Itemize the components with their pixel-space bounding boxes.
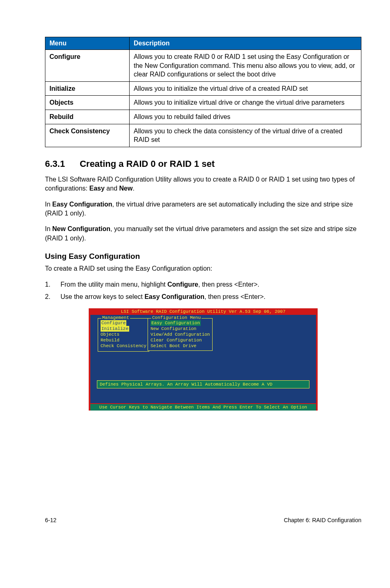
management-menu-item-configure[interactable]: Configure bbox=[101, 320, 126, 326]
configuration-menu-item-easy[interactable]: Easy Configuration bbox=[150, 320, 201, 326]
step-text: Use the arrow keys to select Easy Config… bbox=[61, 292, 266, 302]
step-text: From the utility main menu, highlight Co… bbox=[61, 280, 259, 290]
table-cell-menu: Initialize bbox=[45, 81, 130, 96]
configuration-menu-title: Configuration Menu bbox=[151, 315, 202, 320]
configuration-menu-box: Configuration Menu Easy Configuration Ne… bbox=[148, 318, 213, 351]
bold-text: Easy Configuration bbox=[144, 293, 204, 300]
list-item: 1. From the utility main menu, highlight… bbox=[45, 280, 361, 290]
management-menu-title: Management bbox=[101, 315, 130, 320]
paragraph: The LSI Software RAID Configuration Util… bbox=[45, 175, 361, 193]
table-row: Initialize Allows you to initialize the … bbox=[45, 81, 361, 96]
page-number: 6-12 bbox=[45, 517, 56, 523]
text: In bbox=[45, 225, 52, 232]
table-row: Rebuild Allows you to rebuild failed dri… bbox=[45, 110, 361, 124]
management-menu-item-rebuild[interactable]: Rebuild bbox=[101, 337, 146, 343]
bold-text: Easy Configuration bbox=[52, 201, 112, 208]
screenshot-body: Management Configure Initialize Objects … bbox=[90, 315, 316, 403]
text: Use the arrow keys to select bbox=[61, 293, 144, 300]
management-menu-item-initialize[interactable]: Initialize bbox=[101, 326, 129, 332]
table-cell-description: Allows you to initialize virtual drive o… bbox=[130, 96, 361, 110]
management-menu-item-objects[interactable]: Objects bbox=[101, 332, 146, 337]
table-cell-description: Allows you to create RAID 0 or RAID 1 se… bbox=[130, 50, 361, 82]
page-footer: 6-12 Chapter 6: RAID Configuration bbox=[45, 517, 361, 523]
text: and bbox=[105, 185, 119, 192]
table-row: Objects Allows you to initialize virtual… bbox=[45, 96, 361, 110]
screenshot-title: LSI Software RAID Configuration Utility … bbox=[89, 308, 318, 315]
text: From the utility main menu, highlight bbox=[61, 281, 167, 288]
bold-text: New Configuration bbox=[52, 225, 110, 232]
bold-text: Configure bbox=[167, 281, 198, 288]
text: , then press <Enter>. bbox=[198, 281, 259, 288]
configuration-menu-item-select-boot[interactable]: Select Boot Drive bbox=[150, 343, 210, 349]
screenshot-footer-hint: Use Cursor Keys to Navigate Between Item… bbox=[90, 404, 316, 411]
screenshot-status-box: Defines Physical Arrays. An Array Will A… bbox=[97, 380, 309, 388]
paragraph: In Easy Configuration, the virtual drive… bbox=[45, 200, 361, 218]
paragraph: To create a RAID set using the Easy Conf… bbox=[45, 264, 361, 273]
paragraph: In New Configuration, you manually set t… bbox=[45, 224, 361, 243]
text: , then press <Enter>. bbox=[204, 293, 265, 300]
table-row: Configure Allows you to create RAID 0 or… bbox=[45, 50, 361, 82]
utility-screenshot: LSI Software RAID Configuration Utility … bbox=[89, 308, 318, 411]
menu-description-table: Menu Description Configure Allows you to… bbox=[45, 37, 361, 147]
configuration-menu-item-view-add[interactable]: View/Add Configuration bbox=[150, 332, 210, 337]
text: . bbox=[132, 185, 134, 192]
list-item: 2. Use the arrow keys to select Easy Con… bbox=[45, 292, 361, 302]
table-cell-menu: Configure bbox=[45, 50, 130, 82]
table-cell-description: Allows you to rebuild failed drives bbox=[130, 110, 361, 124]
step-number: 1. bbox=[45, 280, 61, 290]
table-header-menu: Menu bbox=[45, 37, 130, 50]
table-cell-menu: Rebuild bbox=[45, 110, 130, 124]
step-number: 2. bbox=[45, 292, 61, 302]
subsection-heading: Using Easy Configuration bbox=[45, 252, 361, 261]
section-heading: 6.3.1Creating a RAID 0 or RAID 1 set bbox=[45, 159, 361, 169]
table-cell-description: Allows you to check the data consistency… bbox=[130, 124, 361, 147]
management-menu-box: Management Configure Initialize Objects … bbox=[98, 318, 149, 352]
configuration-menu-item-new[interactable]: New Configuration bbox=[150, 326, 210, 332]
section-number: 6.3.1 bbox=[45, 159, 65, 169]
bold-text: New bbox=[119, 185, 132, 192]
table-header-description: Description bbox=[130, 37, 361, 50]
table-cell-description: Allows you to initialize the virtual dri… bbox=[130, 81, 361, 96]
steps-list: 1. From the utility main menu, highlight… bbox=[45, 280, 361, 302]
chapter-label: Chapter 6: RAID Configuration bbox=[284, 517, 361, 523]
table-cell-menu: Check Consistency bbox=[45, 124, 130, 147]
table-row: Check Consistency Allows you to check th… bbox=[45, 124, 361, 147]
management-menu-item-check-consistency[interactable]: Check Consistency bbox=[101, 343, 146, 349]
table-cell-menu: Objects bbox=[45, 96, 130, 110]
section-title: Creating a RAID 0 or RAID 1 set bbox=[80, 159, 215, 169]
text: In bbox=[45, 201, 52, 208]
bold-text: Easy bbox=[90, 185, 105, 192]
configuration-menu-item-clear[interactable]: Clear Configuration bbox=[150, 337, 210, 343]
